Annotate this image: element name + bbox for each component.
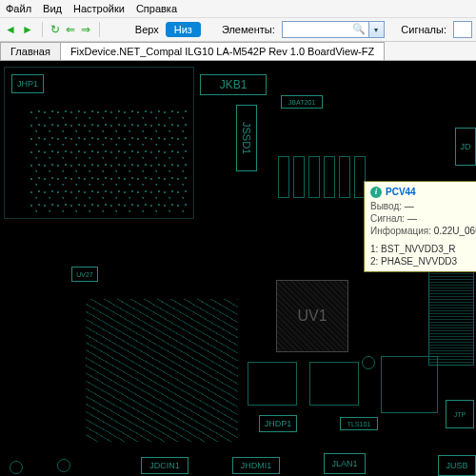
- comp-jdcin1[interactable]: JDCIN1: [141, 457, 188, 474]
- toolbar: ◄ ► ↻ ⇐ ⇒ Верх Низ Элементы: 🔍 ▾ Сигналы…: [0, 18, 476, 42]
- separator: [42, 22, 43, 37]
- tooltip-sig-label: Сигнал:: [370, 213, 405, 224]
- comp-uv27[interactable]: UV27: [71, 267, 98, 282]
- comp-jssd1[interactable]: JSSD1: [236, 105, 257, 171]
- menu-bar: Файл Вид Настройки Справка: [0, 0, 476, 18]
- tooltip-pin2: 2: PHASE_NVVDD3: [370, 255, 476, 268]
- tab-document[interactable]: FixDevice.NET_Compal ILG10 LA-M542P Rev …: [60, 42, 385, 60]
- back-icon[interactable]: ◄: [4, 21, 17, 38]
- tooltip-out-val: —: [405, 201, 414, 211]
- tooltip-info-label: Информация:: [370, 226, 431, 236]
- prev-icon[interactable]: ⇐: [65, 21, 76, 38]
- side-label: Верх: [135, 24, 159, 35]
- reload-icon[interactable]: ↻: [50, 21, 61, 38]
- next-icon[interactable]: ⇒: [80, 21, 91, 38]
- chevron-down-icon[interactable]: ▾: [369, 21, 385, 38]
- comp-uv1[interactable]: UV1: [276, 280, 348, 352]
- menu-file[interactable]: Файл: [6, 3, 31, 14]
- separator: [99, 22, 100, 37]
- forward-icon[interactable]: ►: [21, 21, 34, 38]
- comp-jtp[interactable]: JTP: [446, 400, 474, 428]
- comp-jhdmi1[interactable]: JHDMI1: [232, 457, 280, 474]
- tab-bar: Главная FixDevice.NET_Compal ILG10 LA-M5…: [0, 42, 476, 61]
- comp-jd[interactable]: JD: [455, 128, 476, 166]
- component-tooltip: iPCV44 Вывод: — Сигнал: — Информация: 0.…: [364, 181, 476, 272]
- bottom-side-button[interactable]: Низ: [166, 22, 201, 37]
- signals-label: Сигналы:: [401, 24, 446, 35]
- comp-jhdp1[interactable]: JHDP1: [259, 415, 297, 432]
- comp-jlan1[interactable]: JLAN1: [324, 453, 366, 474]
- search-icon: 🔍: [352, 23, 366, 35]
- tooltip-title: PCV44: [386, 186, 416, 198]
- menu-help[interactable]: Справка: [136, 3, 177, 14]
- tooltip-pin1: 1: BST_NVVDD3_R: [370, 243, 476, 255]
- elements-combo[interactable]: 🔍 ▾: [282, 21, 385, 38]
- menu-settings[interactable]: Настройки: [73, 3, 125, 14]
- tooltip-info-val: 0.22U_0603_25V7…: [434, 226, 476, 236]
- menu-view[interactable]: Вид: [43, 3, 62, 14]
- signals-input[interactable]: [453, 21, 472, 38]
- tooltip-sig-val: —: [407, 213, 417, 224]
- info-icon: i: [370, 187, 382, 198]
- tooltip-out-label: Вывод:: [370, 201, 402, 211]
- comp-jusb[interactable]: JUSB: [438, 455, 476, 476]
- tab-main[interactable]: Главная: [0, 42, 61, 60]
- signals-combo[interactable]: [453, 21, 472, 38]
- comp-jbat201[interactable]: JBAT201: [281, 95, 323, 109]
- elements-label: Элементы:: [222, 24, 275, 35]
- comp-jhp1[interactable]: JHP1: [11, 74, 44, 93]
- board-canvas[interactable]: JHP1 JKB1 JBAT201 JSSD1 JD UV27 UV1 JHDP…: [0, 61, 476, 476]
- comp-jkb1[interactable]: JKB1: [200, 74, 267, 95]
- comp-tls101[interactable]: TLS101: [340, 417, 378, 430]
